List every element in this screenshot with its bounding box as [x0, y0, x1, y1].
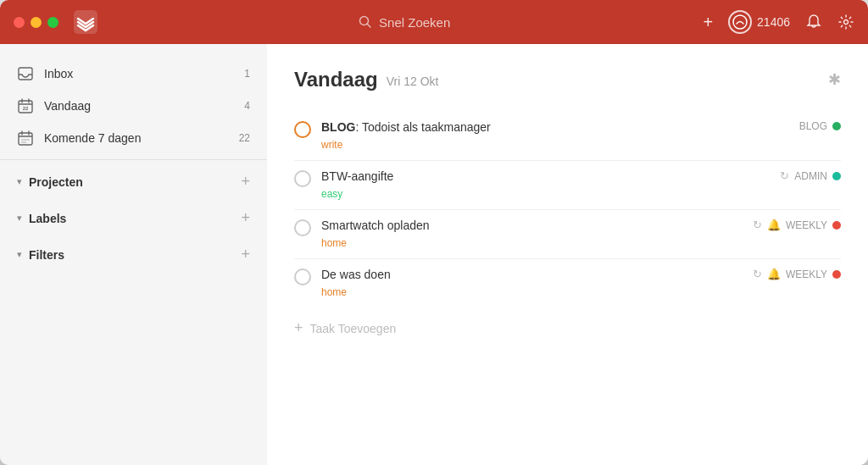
- notifications-button[interactable]: [805, 14, 822, 30]
- projecten-label: Projecten: [29, 175, 241, 189]
- task-meta-1: BLOG: [799, 120, 841, 132]
- task-project-3: WEEKLY: [786, 219, 827, 231]
- chevron-filters-icon: ▾: [17, 249, 22, 260]
- sidebar-section-projecten[interactable]: ▾ Projecten +: [0, 165, 267, 198]
- add-label-button[interactable]: +: [241, 209, 250, 227]
- task-circle-3[interactable]: [294, 219, 311, 236]
- task-meta-2: ↻ ADMIN: [780, 169, 841, 182]
- sidebar: Inbox 1 22 Vandaag 4: [0, 44, 267, 465]
- task-body-4: De was doen home: [321, 268, 743, 299]
- task-circle-2[interactable]: [294, 170, 311, 187]
- add-task-button[interactable]: + Taak Toevoegen: [294, 307, 841, 349]
- task-dot-3: [832, 221, 841, 230]
- svg-rect-5: [19, 68, 32, 80]
- today-count: 4: [244, 100, 250, 112]
- task-title-4: De was doen: [321, 268, 743, 281]
- inbox-label: Inbox: [44, 67, 234, 80]
- wrench-icon[interactable]: ✱: [828, 71, 841, 88]
- task-item: De was doen home ↻ 🔔 WEEKLY: [294, 259, 841, 307]
- task-dot-1: [832, 122, 841, 130]
- task-circle-4[interactable]: [294, 268, 311, 285]
- task-title-bold-1: BLOG: [321, 120, 355, 134]
- content-area: Vandaag Vri 12 Okt ✱ BLOG: Todoist als t…: [267, 44, 868, 465]
- task-body-2: BTW-aangifte easy: [321, 169, 770, 201]
- labels-label: Labels: [29, 212, 241, 225]
- svg-line-2: [368, 25, 371, 28]
- add-button[interactable]: +: [703, 13, 713, 32]
- svg-point-4: [844, 20, 849, 25]
- recurring-icon-3: ↻: [753, 219, 762, 231]
- task-project-1: BLOG: [799, 120, 827, 132]
- calendar-today-icon: 22: [17, 97, 34, 114]
- sidebar-divider: [0, 159, 267, 160]
- add-project-button[interactable]: +: [241, 173, 250, 191]
- titlebar-actions: + 21406: [703, 10, 854, 34]
- task-dot-4: [832, 270, 841, 279]
- karma-count: 21406: [757, 15, 790, 29]
- maximize-button[interactable]: [47, 17, 58, 28]
- inbox-count: 1: [244, 68, 250, 80]
- today-label: Vandaag: [44, 99, 234, 113]
- task-list: BLOG: Todoist als taakmanager write BLOG…: [294, 112, 841, 307]
- recurring-icon-4: ↻: [753, 268, 762, 280]
- karma-icon: [728, 10, 752, 34]
- close-button[interactable]: [14, 17, 25, 28]
- search-icon: [359, 15, 372, 29]
- search-label: Snel Zoeken: [379, 15, 450, 30]
- filters-label: Filters: [29, 248, 241, 262]
- task-title-rest-1: : Todoist als taakmanager: [355, 120, 490, 134]
- add-task-plus-icon: +: [294, 319, 303, 337]
- task-body-3: Smartwatch opladen home: [321, 219, 743, 250]
- task-meta-4: ↻ 🔔 WEEKLY: [753, 268, 841, 280]
- sidebar-section-labels[interactable]: ▾ Labels +: [0, 202, 267, 235]
- task-item: BTW-aangifte easy ↻ ADMIN: [294, 161, 841, 210]
- task-body-1: BLOG: Todoist als taakmanager write: [321, 120, 789, 152]
- header-date: Vri 12 Okt: [387, 75, 439, 88]
- task-title-2: BTW-aangifte: [321, 169, 770, 183]
- main-content: Inbox 1 22 Vandaag 4: [0, 44, 868, 465]
- app-logo: [72, 8, 99, 36]
- task-title-3: Smartwatch opladen: [321, 219, 743, 232]
- sidebar-item-inbox[interactable]: Inbox 1: [0, 58, 267, 90]
- add-task-label: Taak Toevoegen: [310, 322, 397, 335]
- chevron-labels-icon: ▾: [17, 213, 22, 224]
- task-meta-3: ↻ 🔔 WEEKLY: [753, 219, 841, 231]
- task-label-4[interactable]: home: [321, 286, 347, 298]
- chevron-projecten-icon: ▾: [17, 176, 22, 187]
- task-title-1: BLOG: Todoist als taakmanager: [321, 120, 789, 134]
- header-actions: ✱: [828, 70, 841, 89]
- upcoming-count: 22: [239, 132, 250, 144]
- minimize-button[interactable]: [31, 17, 42, 28]
- alarm-icon-3: 🔔: [767, 219, 781, 231]
- sidebar-item-upcoming[interactable]: Komende 7 dagen 22: [0, 122, 267, 154]
- search-bar[interactable]: Snel Zoeken: [106, 15, 703, 30]
- upcoming-label: Komende 7 dagen: [44, 131, 229, 145]
- app-window: Snel Zoeken + 21406: [0, 0, 868, 465]
- svg-text:22: 22: [23, 106, 29, 111]
- sidebar-section-filters[interactable]: ▾ Filters +: [0, 238, 267, 271]
- task-dot-2: [832, 172, 841, 180]
- task-circle-1[interactable]: [294, 121, 311, 138]
- sidebar-item-today[interactable]: 22 Vandaag 4: [0, 90, 267, 122]
- page-title: Vandaag: [294, 68, 378, 91]
- calendar-week-icon: [17, 130, 34, 147]
- traffic-lights: [14, 17, 58, 28]
- settings-button[interactable]: [837, 14, 854, 30]
- task-item: Smartwatch opladen home ↻ 🔔 WEEKLY: [294, 210, 841, 259]
- alarm-icon-4: 🔔: [767, 268, 781, 280]
- task-project-4: WEEKLY: [786, 268, 827, 280]
- inbox-icon: [17, 65, 34, 82]
- karma-badge[interactable]: 21406: [728, 10, 790, 34]
- titlebar: Snel Zoeken + 21406: [0, 0, 868, 44]
- recurring-icon-2: ↻: [780, 169, 789, 182]
- add-filter-button[interactable]: +: [241, 246, 250, 263]
- task-label-2[interactable]: easy: [321, 188, 342, 200]
- task-label-3[interactable]: home: [321, 237, 347, 249]
- task-item: BLOG: Todoist als taakmanager write BLOG: [294, 112, 841, 161]
- task-label-1[interactable]: write: [321, 139, 342, 151]
- content-header: Vandaag Vri 12 Okt ✱: [294, 68, 841, 91]
- svg-rect-11: [19, 133, 32, 145]
- task-project-2: ADMIN: [794, 170, 827, 182]
